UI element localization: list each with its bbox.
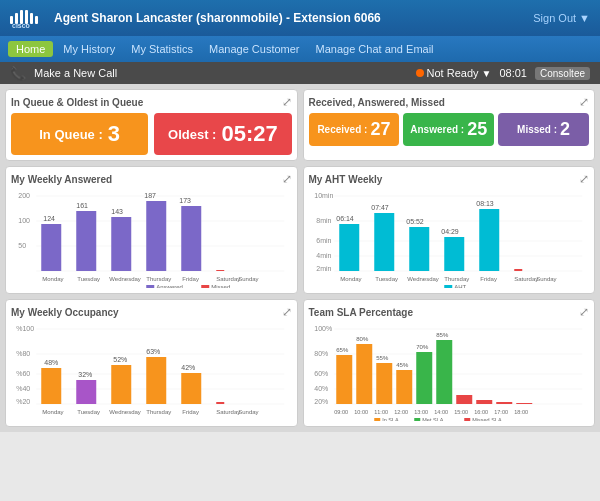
svg-text:18:00: 18:00 <box>514 409 528 415</box>
svg-rect-20 <box>146 201 166 271</box>
received-stats-row: Received : 27 Answered : 25 Missed : 2 <box>309 113 590 146</box>
svg-rect-107 <box>356 344 372 404</box>
svg-text:63%: 63% <box>146 348 160 355</box>
svg-text:Wednesday: Wednesday <box>109 276 141 282</box>
sla-title: Team SLA Percentage <box>309 307 413 318</box>
weekly-answered-expand[interactable]: ⤢ <box>282 172 292 186</box>
not-ready-label: Not Ready <box>427 67 479 79</box>
svg-text:Tuesday: Tuesday <box>375 276 398 282</box>
sla-card: Team SLA Percentage ⤢ 100% 80% 60% 40% 2… <box>303 299 596 427</box>
svg-text:20%: 20% <box>314 398 328 405</box>
svg-text:16:00: 16:00 <box>474 409 488 415</box>
svg-text:Saturday: Saturday <box>216 409 240 415</box>
svg-text:65%: 65% <box>336 347 349 353</box>
header-title: Agent Sharon Lancaster (sharonmobile) - … <box>54 11 381 25</box>
svg-text:32%: 32% <box>78 371 92 378</box>
nav-home[interactable]: Home <box>8 41 53 57</box>
answered-value: 25 <box>467 119 487 140</box>
svg-rect-133 <box>414 418 420 421</box>
not-ready-status: Not Ready ▼ <box>416 67 492 79</box>
svg-text:%40: %40 <box>16 385 30 392</box>
queue-stats-row: In Queue : 3 Oldest : 05:27 <box>11 113 292 155</box>
cisco-logo: cisco <box>10 8 46 28</box>
svg-rect-55 <box>479 209 499 271</box>
oldest-label: Oldest : <box>168 127 216 142</box>
in-queue-label: In Queue : <box>39 127 103 142</box>
svg-rect-105 <box>336 355 352 404</box>
consult-button[interactable]: Consoltee <box>535 67 590 80</box>
svg-rect-120 <box>516 403 532 404</box>
svg-rect-87 <box>216 402 224 404</box>
weekly-answered-header: My Weekly Answered ⤢ <box>11 172 292 186</box>
svg-text:161: 161 <box>76 202 88 209</box>
svg-rect-24 <box>216 270 224 271</box>
svg-rect-5 <box>35 16 38 24</box>
svg-text:17:00: 17:00 <box>494 409 508 415</box>
nav-history[interactable]: My History <box>57 41 121 57</box>
svg-text:Wednesday: Wednesday <box>407 276 439 282</box>
nav-statistics[interactable]: My Statistics <box>125 41 199 57</box>
svg-text:10:00: 10:00 <box>354 409 368 415</box>
answered-label: Answered : <box>410 124 464 135</box>
nav-manage-chat[interactable]: Manage Chat and Email <box>310 41 440 57</box>
svg-text:14:00: 14:00 <box>434 409 448 415</box>
occupancy-expand[interactable]: ⤢ <box>282 305 292 319</box>
queue-card: In Queue & Oldest in Queue ⤢ In Queue : … <box>5 89 298 161</box>
svg-rect-65 <box>444 285 452 288</box>
svg-text:70%: 70% <box>416 344 429 350</box>
svg-rect-85 <box>181 373 201 404</box>
svg-text:Sunday: Sunday <box>238 276 258 282</box>
svg-text:143: 143 <box>111 208 123 215</box>
header: cisco Agent Sharon Lancaster (sharonmobi… <box>0 0 600 36</box>
svg-rect-33 <box>146 285 154 288</box>
occupancy-card: My Weekly Occupancy ⤢ %100 %80 %60 %40 %… <box>5 299 298 427</box>
clock-time: 08:01 <box>499 67 527 79</box>
svg-text:Friday: Friday <box>182 276 199 282</box>
missed-value: 2 <box>560 119 570 140</box>
aht-weekly-card: My AHT Weekly ⤢ 10min 8min 6min 4min 2mi… <box>303 166 596 294</box>
svg-rect-118 <box>476 400 492 404</box>
weekly-answered-title: My Weekly Answered <box>11 174 112 185</box>
nav-manage-customer[interactable]: Manage Customer <box>203 41 306 57</box>
svg-text:200: 200 <box>18 192 30 199</box>
queue-expand-icon[interactable]: ⤢ <box>282 95 292 109</box>
svg-rect-81 <box>111 365 131 404</box>
svg-text:%20: %20 <box>16 398 30 405</box>
in-queue-value: 3 <box>108 121 120 147</box>
svg-text:80%: 80% <box>314 350 328 357</box>
received-expand-icon[interactable]: ⤢ <box>579 95 589 109</box>
received-label: Received : <box>317 124 367 135</box>
svg-text:45%: 45% <box>396 362 409 368</box>
received-card: Received, Answered, Missed ⤢ Received : … <box>303 89 596 161</box>
svg-text:%80: %80 <box>16 350 30 357</box>
svg-rect-79 <box>76 380 96 404</box>
svg-text:80%: 80% <box>356 336 369 342</box>
svg-text:Sunday: Sunday <box>238 409 258 415</box>
queue-card-title: In Queue & Oldest in Queue <box>11 97 143 108</box>
svg-text:%60: %60 <box>16 370 30 377</box>
svg-rect-109 <box>376 363 392 404</box>
svg-text:07:47: 07:47 <box>371 204 389 211</box>
svg-text:05:52: 05:52 <box>406 218 424 225</box>
svg-text:52%: 52% <box>113 356 127 363</box>
missed-label: Missed : <box>517 124 557 135</box>
svg-rect-14 <box>41 224 61 271</box>
sign-out-button[interactable]: Sign Out ▼ <box>533 12 590 24</box>
aht-weekly-header: My AHT Weekly ⤢ <box>309 172 590 186</box>
svg-text:Thursday: Thursday <box>444 276 469 282</box>
svg-text:Monday: Monday <box>42 276 63 282</box>
svg-text:Saturday: Saturday <box>514 276 538 282</box>
aht-weekly-expand[interactable]: ⤢ <box>579 172 589 186</box>
svg-rect-57 <box>514 269 522 271</box>
sla-expand[interactable]: ⤢ <box>579 305 589 319</box>
svg-rect-22 <box>181 206 201 271</box>
weekly-answered-chart: 200 100 50 124 161 143 187 <box>11 188 292 288</box>
svg-text:Saturday: Saturday <box>216 276 240 282</box>
received-card-title: Received, Answered, Missed <box>309 97 445 108</box>
svg-text:2min: 2min <box>316 265 331 272</box>
svg-text:48%: 48% <box>44 359 58 366</box>
svg-rect-115 <box>436 340 452 404</box>
svg-text:Answered: Answered <box>156 284 183 288</box>
svg-rect-16 <box>76 211 96 271</box>
svg-rect-18 <box>111 217 131 271</box>
